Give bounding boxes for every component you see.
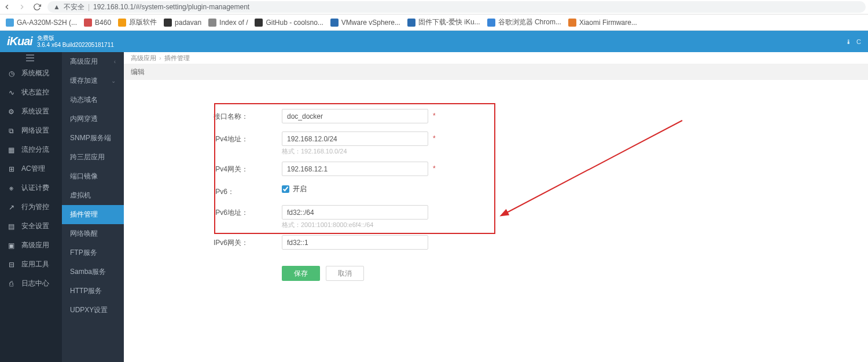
sidebar-item-icon: ◷ [7, 69, 16, 78]
label-iface: 接口名称： [214, 109, 282, 122]
bookmark-item[interactable]: Index of / [208, 19, 248, 27]
sidebar-item-icon: ▣ [7, 241, 16, 250]
bookmark-label: 固件下载-爱快 iKu... [418, 17, 480, 27]
sidebar-item-icon: ▤ [7, 222, 16, 231]
sidebar-item-label: 动态域名 [70, 95, 98, 105]
sidebar-item-label: 跨三层应用 [70, 152, 105, 162]
browser-nav-bar: ▲ 不安全 | 192.168.10.1/#/system-setting/pl… [0, 0, 868, 14]
bookmark-favicon [84, 19, 92, 27]
bookmark-favicon [255, 19, 263, 27]
build-label: 3.6.4 x64 Build202205181711 [37, 42, 114, 49]
sidebar-item-label: SNMP服务端 [70, 133, 111, 143]
sidebar-secondary-item[interactable]: 端口镜像 [62, 167, 124, 186]
bookmark-favicon [568, 19, 576, 27]
sidebar-primary-item[interactable]: ↗行为管控 [0, 198, 62, 217]
sidebar-item-icon: ⧉ [7, 126, 16, 135]
bookmark-item[interactable]: GitHub - coolsno... [255, 19, 323, 27]
reload-button[interactable] [32, 2, 42, 12]
bookmark-favicon [330, 19, 339, 27]
sidebar-item-label: 行为管控 [21, 202, 49, 212]
bookmark-label: GA-A320M-S2H (... [17, 19, 77, 27]
sidebar-primary-item[interactable]: ⚙系统设置 [0, 102, 62, 121]
sidebar-secondary-item[interactable]: 网络唤醒 [62, 224, 124, 243]
sidebar-secondary-item[interactable]: SNMP服务端 [62, 129, 124, 148]
back-button[interactable] [2, 2, 12, 12]
sidebar-primary-item[interactable]: ⎈认证计费 [0, 178, 62, 198]
bookmark-favicon [487, 19, 495, 27]
bookmark-item[interactable]: 固件下载-爱快 iKu... [407, 17, 480, 27]
bookmark-item[interactable]: 谷歌浏览器 Chrom... [487, 17, 561, 27]
ipv6addr-input[interactable] [282, 205, 428, 220]
sidebar-primary-item[interactable]: ⎙日志中心 [0, 274, 62, 293]
breadcrumb-a[interactable]: 高级应用 [131, 54, 156, 63]
url-bar[interactable]: ▲ 不安全 | 192.168.10.1/#/system-setting/pl… [47, 1, 866, 13]
sidebar-secondary-item[interactable]: FTP服务 [62, 243, 124, 262]
bookmark-label: 谷歌浏览器 Chrom... [498, 17, 561, 27]
bookmark-item[interactable]: GA-A320M-S2H (... [6, 19, 77, 27]
forward-button[interactable] [17, 2, 27, 12]
bookmark-item[interactable]: B460 [84, 19, 111, 27]
menu-toggle-icon[interactable] [0, 52, 62, 64]
sidebar-item-label: Samba服务 [70, 267, 106, 277]
sidebar-item-label: UDPXY设置 [70, 305, 108, 315]
sidebar-primary-item[interactable]: ▣高级应用 [0, 236, 62, 255]
sidebar-item-label: 安全设置 [21, 221, 49, 231]
sidebar-item-label: 端口镜像 [70, 171, 98, 181]
insecure-icon: ▲ [53, 3, 60, 11]
ipv6gw-input[interactable] [282, 235, 428, 250]
sidebar-secondary-item[interactable]: 插件管理 [62, 205, 124, 224]
thermometer-icon: 🌡 [845, 38, 852, 45]
sidebar-secondary-item[interactable]: 内网穿透 [62, 109, 124, 129]
sidebar-item-icon: ⚙ [7, 107, 16, 116]
bookmark-label: 原版软件 [129, 17, 157, 27]
required-mark: * [433, 131, 436, 142]
sidebar-item-icon: ⊟ [7, 260, 16, 269]
sidebar-primary-item[interactable]: ∿状态监控 [0, 83, 62, 102]
chevron-down-icon: ⌄ [111, 78, 116, 84]
sidebar-primary-item[interactable]: ▤安全设置 [0, 217, 62, 236]
sidebar-primary-item[interactable]: ⊞AC管理 [0, 159, 62, 178]
subheader: 编辑 [124, 64, 868, 80]
iface-input[interactable] [282, 109, 428, 123]
sidebar-item-icon: ▦ [7, 145, 16, 154]
cancel-button[interactable]: 取消 [326, 266, 364, 281]
chevron-left-icon: ‹ [114, 58, 116, 65]
bookmark-label: Xiaomi Firmware... [579, 19, 637, 27]
required-mark: * [433, 109, 436, 120]
bookmark-favicon [118, 19, 126, 27]
sidebar-secondary-header[interactable]: 高级应用 ‹ [62, 52, 124, 71]
sidebar-secondary-item[interactable]: 缓存加速⌄ [62, 71, 124, 90]
ipv4-input[interactable] [282, 131, 428, 146]
bookmark-label: B460 [95, 19, 111, 27]
breadcrumb-b[interactable]: 插件管理 [164, 54, 190, 63]
sidebar-item-icon: ⎈ [7, 184, 16, 192]
bookmark-label: padavan [175, 19, 201, 27]
ipv6-checkbox[interactable] [282, 185, 289, 193]
sidebar-primary-item[interactable]: ⊟应用工具 [0, 255, 62, 274]
bookmark-item[interactable]: VMware vSphere... [330, 19, 400, 27]
sidebar-secondary-item[interactable]: 动态域名 [62, 90, 124, 109]
sidebar-primary-item[interactable]: ▦流控分流 [0, 140, 62, 159]
sidebar-primary: ◷系统概况∿状态监控⚙系统设置⧉网络设置▦流控分流⊞AC管理⎈认证计费↗行为管控… [0, 52, 62, 362]
sidebar-item-label: 系统概况 [21, 68, 49, 78]
ipv6-on-label: 开启 [293, 184, 307, 194]
ipv4gw-input[interactable] [282, 162, 428, 176]
sidebar-secondary-item[interactable]: Samba服务 [62, 262, 124, 281]
sidebar-item-label: 流控分流 [21, 145, 49, 155]
sidebar-item-label: 插件管理 [70, 210, 98, 220]
sidebar-secondary-item[interactable]: HTTP服务 [62, 281, 124, 301]
bookmark-item[interactable]: 原版软件 [118, 17, 157, 27]
label-ipv6addr: IPv6地址： [214, 205, 282, 218]
sidebar-secondary-item[interactable]: 虚拟机 [62, 186, 124, 205]
sidebar-item-label: 缓存加速 [70, 76, 98, 86]
bookmark-label: VMware vSphere... [341, 19, 400, 27]
sidebar-item-label: AC管理 [21, 164, 45, 174]
save-button[interactable]: 保存 [282, 266, 320, 281]
bookmark-item[interactable]: padavan [164, 19, 201, 27]
bookmark-item[interactable]: Xiaomi Firmware... [568, 19, 637, 27]
sidebar-secondary-item[interactable]: 跨三层应用 [62, 148, 124, 167]
sidebar-primary-item[interactable]: ⧉网络设置 [0, 121, 62, 140]
sidebar-primary-item[interactable]: ◷系统概况 [0, 64, 62, 83]
sidebar-secondary-item[interactable]: UDPXY设置 [62, 301, 124, 320]
ipv6-hint: 格式：2001:1001:8000:e6f4::/64 [282, 221, 868, 229]
